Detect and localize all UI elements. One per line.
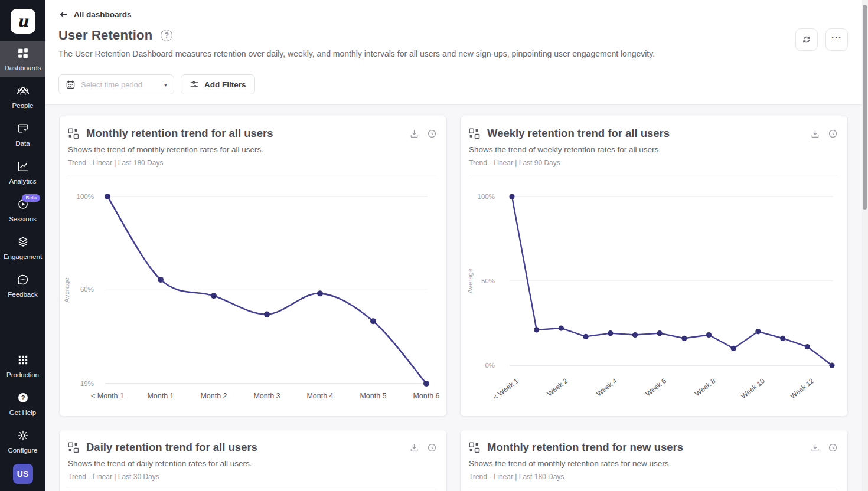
sidebar: u Dashboards People Data Analytics Beta … xyxy=(0,0,45,491)
sidebar-item-dashboards[interactable]: Dashboards xyxy=(0,41,45,77)
logo-letter: u xyxy=(17,12,28,30)
chevron-down-icon: ▾ xyxy=(164,81,167,88)
svg-text:0%: 0% xyxy=(485,362,495,369)
title-help-icon[interactable]: ? xyxy=(161,30,172,41)
user-avatar[interactable]: US xyxy=(13,464,33,484)
card-title: Monthly retention trend for new users xyxy=(487,441,803,454)
page-header: All dashboards User Retention ? The User… xyxy=(45,0,868,67)
monthly-retention-line-chart[interactable]: 100%60%19%Average< Month 1Month 1Month 2… xyxy=(60,175,447,411)
production-icon xyxy=(17,353,30,368)
sidebar-item-data[interactable]: Data xyxy=(0,116,45,152)
refresh-button[interactable] xyxy=(795,28,818,51)
svg-text:Month 3: Month 3 xyxy=(253,392,280,400)
sidebar-item-sessions[interactable]: Beta Sessions xyxy=(0,192,45,228)
dashboards-icon xyxy=(17,47,30,61)
card-title: Daily retention trend for all users xyxy=(86,441,402,454)
sidebar-item-label: Configure xyxy=(8,447,38,454)
widget-grid-icon xyxy=(469,128,480,139)
card-divider xyxy=(68,489,437,489)
sidebar-item-production[interactable]: Production xyxy=(0,348,45,384)
widget-grid-icon xyxy=(68,128,79,139)
svg-text:Month 6: Month 6 xyxy=(413,392,439,400)
sidebar-item-label: Analytics xyxy=(9,178,36,185)
feedback-icon xyxy=(17,273,30,287)
card-monthly-retention-all-users: Monthly retention trend for all users Sh… xyxy=(59,116,447,417)
history-clock-icon[interactable] xyxy=(427,129,437,139)
sidebar-item-label: Sessions xyxy=(9,215,37,222)
card-daily-retention-all-users: Daily retention trend for all users Show… xyxy=(59,430,447,491)
header-actions: ··· xyxy=(795,28,848,51)
dashboard-grid: Monthly retention trend for all users Sh… xyxy=(45,105,868,491)
people-icon xyxy=(17,84,30,99)
history-clock-icon[interactable] xyxy=(828,443,838,453)
card-monthly-retention-new-users: Monthly retention trend for new users Sh… xyxy=(460,430,848,491)
download-icon[interactable] xyxy=(810,443,820,453)
card-meta: Trend - Linear | Last 180 Days xyxy=(469,473,838,481)
svg-text:Month 4: Month 4 xyxy=(306,392,333,400)
sidebar-item-analytics[interactable]: Analytics xyxy=(0,154,45,190)
card-subtitle: Shows the trend of daily retention rates… xyxy=(68,459,437,468)
svg-text:60%: 60% xyxy=(80,286,94,293)
download-icon[interactable] xyxy=(810,129,820,139)
sidebar-item-people[interactable]: People xyxy=(0,78,45,114)
engagement-icon xyxy=(17,235,30,250)
sidebar-item-feedback[interactable]: Feedback xyxy=(0,267,45,303)
svg-text:Week 8: Week 8 xyxy=(693,377,717,398)
card-subtitle: Shows the trend of monthly retention rat… xyxy=(68,145,437,154)
card-title: Monthly retention trend for all users xyxy=(86,127,402,140)
data-icon xyxy=(17,122,30,136)
add-filters-button[interactable]: Add Filters xyxy=(181,74,255,94)
svg-text:100%: 100% xyxy=(478,193,495,200)
back-link[interactable]: All dashboards xyxy=(58,9,132,19)
time-period-select[interactable]: Select time period ▾ xyxy=(58,74,174,94)
ellipsis-icon: ··· xyxy=(831,38,842,41)
page-description: The User Retention Dashboard measures re… xyxy=(58,49,855,58)
sliders-icon xyxy=(190,80,199,89)
sidebar-item-label: People xyxy=(12,102,34,109)
main-area: All dashboards User Retention ? The User… xyxy=(45,0,868,491)
card-subtitle: Shows the trend of weekly retention rate… xyxy=(469,145,838,154)
filter-bar: Select time period ▾ Add Filters xyxy=(45,67,868,105)
widget-grid-icon xyxy=(469,442,480,453)
app-logo[interactable]: u xyxy=(11,9,35,34)
avatar-initials: US xyxy=(17,469,28,479)
svg-text:?: ? xyxy=(21,394,25,401)
card-subtitle: Shows the trend of monthly retention rat… xyxy=(469,459,838,468)
card-meta: Trend - Linear | Last 30 Days xyxy=(68,473,437,481)
card-divider xyxy=(469,489,838,489)
sidebar-item-label: Engagement xyxy=(4,253,42,260)
add-filters-label: Add Filters xyxy=(204,80,246,89)
time-period-placeholder: Select time period xyxy=(81,80,142,89)
widget-grid-icon xyxy=(68,442,79,453)
card-meta: Trend - Linear | Last 180 Days xyxy=(68,159,437,167)
analytics-icon xyxy=(17,160,30,174)
calendar-icon xyxy=(66,80,76,90)
svg-text:19%: 19% xyxy=(80,380,94,387)
svg-text:Month 2: Month 2 xyxy=(200,392,227,400)
page-title: User Retention xyxy=(58,28,152,43)
svg-text:Week 12: Week 12 xyxy=(788,377,815,400)
sidebar-item-get-help[interactable]: ? Get Help xyxy=(0,385,45,421)
sidebar-item-configure[interactable]: Configure xyxy=(0,423,45,459)
download-icon[interactable] xyxy=(409,443,419,453)
sidebar-item-label: Production xyxy=(6,371,39,378)
sidebar-item-label: Feedback xyxy=(8,291,38,298)
svg-text:Average: Average xyxy=(63,277,70,303)
history-clock-icon[interactable] xyxy=(828,129,838,139)
svg-text:< Week 1: < Week 1 xyxy=(491,377,520,402)
weekly-retention-line-chart[interactable]: 100%50%0%Average< Week 1Week 2Week 4Week… xyxy=(461,175,848,411)
card-meta: Trend - Linear | Last 90 Days xyxy=(469,159,838,167)
sidebar-nav: Dashboards People Data Analytics Beta Se… xyxy=(0,41,45,491)
svg-text:Month 5: Month 5 xyxy=(360,392,386,400)
sidebar-item-label: Get Help xyxy=(9,409,36,416)
scrollbar-thumb[interactable] xyxy=(863,5,867,210)
svg-text:< Month 1: < Month 1 xyxy=(91,392,124,400)
history-clock-icon[interactable] xyxy=(427,443,437,453)
sidebar-item-label: Dashboards xyxy=(4,64,41,71)
sidebar-item-engagement[interactable]: Engagement xyxy=(0,230,45,266)
download-icon[interactable] xyxy=(409,129,419,139)
more-options-button[interactable]: ··· xyxy=(825,28,848,51)
gear-icon xyxy=(17,429,30,443)
svg-text:Week 2: Week 2 xyxy=(546,377,570,398)
svg-text:50%: 50% xyxy=(481,277,495,284)
